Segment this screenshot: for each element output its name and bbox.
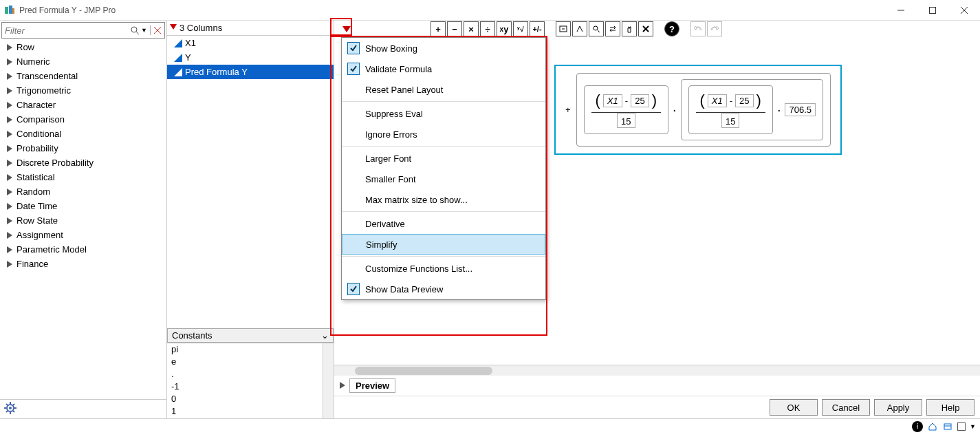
category-item[interactable]: Transcendental [0, 69, 166, 83]
clear-filter-icon[interactable] [153, 26, 162, 34]
help-button[interactable]: Help [926, 399, 974, 416]
category-item[interactable]: Assignment [0, 228, 166, 242]
category-item[interactable]: Statistical [0, 170, 166, 184]
add-button[interactable]: + [431, 21, 446, 36]
divide-button[interactable]: ÷ [480, 21, 495, 36]
category-item[interactable]: Comparison [0, 112, 166, 127]
formula-editor[interactable]: + ( X1 - 25 ) 15 [554, 65, 842, 155]
menu-item-label: Ignore Errors [365, 129, 417, 140]
root-button[interactable]: ʸ√ [513, 21, 528, 36]
menu-item[interactable]: Ignore Errors [342, 124, 545, 144]
menu-item[interactable]: Max matrix size to show... [342, 189, 545, 210]
close-button[interactable] [948, 0, 980, 21]
menu-item[interactable]: Validate Formula [342, 58, 545, 79]
home-icon[interactable] [927, 421, 938, 432]
formula-const[interactable]: 15 [721, 113, 739, 128]
negate-button[interactable]: +/- [530, 21, 545, 36]
column-item[interactable]: Pred Formula Y [167, 65, 334, 79]
delete-button[interactable] [638, 21, 653, 36]
undo-button[interactable] [690, 21, 706, 36]
box-button[interactable] [556, 21, 571, 36]
magnify-button[interactable] [589, 21, 604, 36]
panel-menu-icon[interactable] [342, 25, 351, 35]
peel-button[interactable] [572, 21, 587, 36]
constants-scrollbar[interactable] [323, 343, 334, 418]
minimize-button[interactable] [885, 0, 917, 21]
search-dropdown-icon[interactable]: ▼ [141, 27, 147, 34]
window-list-icon[interactable] [942, 421, 953, 432]
formula-const[interactable]: 25 [631, 94, 649, 107]
svg-line-33 [6, 404, 8, 405]
filter-input[interactable] [5, 25, 130, 36]
redo-button[interactable] [707, 21, 722, 36]
menu-item[interactable]: Customize Functions List... [342, 258, 545, 279]
preview-disclosure-icon[interactable] [340, 381, 347, 391]
constant-item[interactable]: e [167, 356, 334, 368]
menu-item[interactable]: Derivative [342, 213, 545, 234]
constant-item[interactable]: 1 [167, 405, 334, 418]
menu-item-label: Smaller Font [365, 174, 416, 184]
apply-button[interactable]: Apply [874, 399, 922, 416]
svg-line-35 [13, 404, 14, 405]
switch-button[interactable] [605, 21, 620, 36]
category-item[interactable]: Row State [0, 213, 166, 228]
subtract-button[interactable]: − [447, 21, 462, 36]
formula-var[interactable]: X1 [708, 94, 727, 107]
category-item[interactable]: Date Time [0, 199, 166, 213]
horizontal-scrollbar[interactable] [334, 365, 980, 376]
svg-marker-48 [340, 382, 345, 389]
menu-item[interactable]: Reset Panel Layout [342, 79, 545, 100]
constant-item[interactable]: . [167, 368, 334, 381]
category-item[interactable]: Parametric Model [0, 242, 166, 257]
help-button[interactable]: ? [664, 21, 679, 36]
filter-row: ▼ [1, 22, 165, 39]
cancel-button[interactable]: Cancel [822, 399, 870, 416]
info-icon[interactable]: i [912, 421, 923, 432]
category-item[interactable]: Trigonometric [0, 83, 166, 98]
multiply-button[interactable]: × [464, 21, 479, 36]
constant-item[interactable]: -1 [167, 381, 334, 393]
menu-item[interactable]: Suppress Eval [342, 103, 545, 124]
menu-item[interactable]: Simplify [342, 234, 545, 255]
ok-button[interactable]: OK [770, 399, 818, 416]
formula-const[interactable]: 706.5 [785, 103, 816, 116]
app-icon [4, 5, 15, 16]
category-item[interactable]: Discrete Probability [0, 156, 166, 170]
panel-options-menu: Show BoxingValidate FormulaReset Panel L… [341, 37, 546, 300]
formula-const[interactable]: 15 [617, 113, 635, 128]
maximize-button[interactable] [917, 0, 948, 21]
menu-item[interactable]: Smaller Font [342, 169, 545, 189]
hand-button[interactable] [622, 21, 637, 36]
svg-marker-18 [7, 145, 12, 152]
power-button[interactable]: xy [497, 21, 512, 36]
svg-marker-47 [342, 26, 351, 32]
category-item[interactable]: Conditional [0, 127, 166, 141]
category-item[interactable]: Row [0, 40, 166, 54]
column-item[interactable]: Y [167, 50, 334, 65]
category-item[interactable]: Random [0, 184, 166, 199]
columns-disclosure-icon[interactable] [170, 23, 177, 33]
category-item[interactable]: Probability [0, 141, 166, 156]
category-item[interactable]: Character [0, 98, 166, 112]
menu-item[interactable]: Larger Font [342, 148, 545, 169]
svg-marker-40 [174, 68, 182, 76]
svg-rect-4 [930, 7, 936, 13]
menu-item[interactable]: Show Data Preview [342, 279, 545, 299]
formula-const[interactable]: 25 [735, 94, 753, 107]
column-item[interactable]: X1 [167, 36, 334, 50]
svg-marker-22 [7, 203, 12, 210]
category-item[interactable]: Finance [0, 257, 166, 271]
category-item[interactable]: Numeric [0, 54, 166, 69]
menu-item[interactable]: Show Boxing [342, 38, 545, 58]
constant-item[interactable]: 0 [167, 393, 334, 405]
constant-item[interactable]: pi [167, 343, 334, 356]
svg-marker-20 [7, 174, 12, 181]
formula-var[interactable]: X1 [603, 94, 622, 107]
constants-dropdown[interactable]: Constants ⌄ [167, 328, 334, 343]
status-menu-icon[interactable]: ▼ [970, 423, 976, 430]
preview-label[interactable]: Preview [349, 378, 395, 393]
gear-icon[interactable] [4, 402, 17, 416]
status-square[interactable] [957, 422, 966, 431]
search-icon[interactable] [130, 25, 140, 35]
svg-line-36 [6, 411, 8, 412]
